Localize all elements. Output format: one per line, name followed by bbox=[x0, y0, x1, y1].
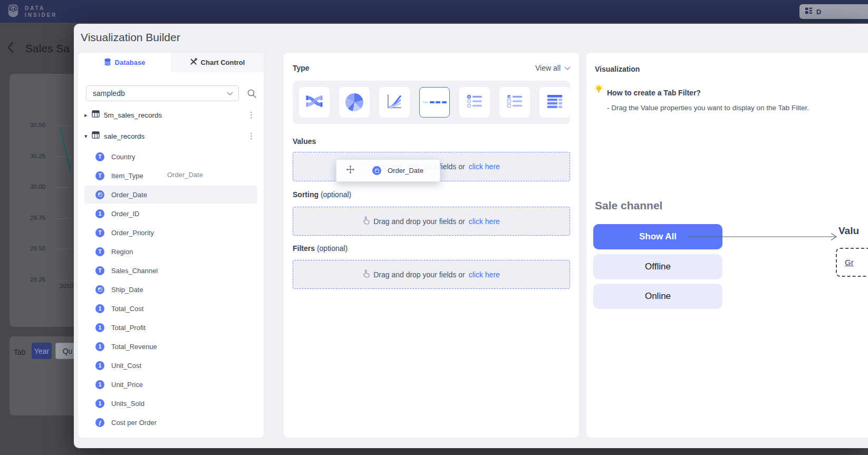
dropzone-click-here-link[interactable]: click here bbox=[469, 270, 500, 279]
field-name: Order_ID bbox=[111, 210, 139, 218]
field-item-unit-cost[interactable]: 1 Unit_Cost bbox=[84, 356, 257, 374]
field-name: Unit_Cost bbox=[111, 362, 141, 370]
field-item-total-revenue[interactable]: 1 Total_Revenue bbox=[84, 337, 257, 355]
page-title: Sales Sa bbox=[25, 42, 70, 55]
type-option-sankey-chart[interactable] bbox=[299, 87, 330, 118]
x-axis-tick: 2010 bbox=[60, 283, 73, 289]
left-tabbar: Database Chart Control bbox=[78, 53, 264, 72]
type-section-label: Type bbox=[293, 64, 310, 72]
hand-pointer-icon bbox=[363, 269, 370, 279]
dropzone-click-here-link[interactable]: click here bbox=[469, 217, 500, 226]
date-field-icon bbox=[372, 166, 381, 175]
chart-type-strip: Tab bbox=[293, 81, 570, 124]
tab-filter-icon: Tab bbox=[422, 101, 446, 104]
number-field-icon: 1 bbox=[95, 323, 104, 332]
bulb-icon bbox=[594, 84, 603, 95]
text-field-icon: T bbox=[95, 152, 104, 161]
field-name: Sales_Channel bbox=[111, 267, 158, 275]
text-field-icon: T bbox=[95, 171, 104, 180]
field-item-region[interactable]: T Region bbox=[84, 243, 257, 260]
tip-title: How to create a Tab Filter? bbox=[607, 89, 701, 97]
visualization-builder-modal: Visualization Builder Database bbox=[74, 24, 868, 448]
annotation-dashed-box: Gr bbox=[836, 248, 868, 277]
preview-button-online[interactable]: Online bbox=[593, 284, 722, 309]
radio-list-icon bbox=[466, 92, 484, 112]
sorting-dropzone[interactable]: Drag and drop your fields or click here bbox=[293, 207, 570, 236]
type-option-radio-list[interactable] bbox=[459, 87, 490, 118]
owl-logo-icon bbox=[6, 3, 20, 20]
number-field-icon: 1 bbox=[95, 209, 104, 218]
type-option-line-chart[interactable] bbox=[379, 87, 410, 118]
dropzone-text: Drag and drop your fields or bbox=[373, 270, 465, 279]
app-logo: DATAINSIDER bbox=[6, 3, 57, 20]
text-field-icon: T bbox=[95, 228, 104, 237]
database-panel: Database Chart Control sampledb bbox=[78, 53, 264, 438]
field-item-order-priority[interactable]: T Order_Priority bbox=[84, 224, 257, 241]
type-option-checkbox-list[interactable] bbox=[499, 87, 530, 118]
dashboard-button-label: D bbox=[816, 8, 821, 16]
preview-button-offline[interactable]: Offline bbox=[593, 254, 722, 279]
field-name: Units_Sold bbox=[111, 400, 144, 408]
y-axis-tick: 29.25 bbox=[15, 276, 45, 283]
y-axis-tick: 29.75 bbox=[15, 215, 45, 221]
visualization-title: Visualization bbox=[595, 65, 640, 73]
filters-dropzone[interactable]: Drag and drop your fields or click here bbox=[293, 260, 570, 289]
field-item-order-date[interactable]: Order_Date bbox=[84, 186, 257, 204]
back-icon[interactable] bbox=[5, 41, 17, 56]
filters-section-label: Filters (optional) bbox=[293, 244, 348, 253]
field-item-units-sold[interactable]: 1 Units_Sold bbox=[84, 394, 257, 412]
arrow-right-icon bbox=[687, 231, 841, 244]
caret-down-icon[interactable]: ▾ bbox=[84, 133, 92, 140]
tab-database[interactable]: Database bbox=[78, 53, 171, 72]
kebab-menu-icon[interactable]: ⋮ bbox=[247, 110, 255, 120]
chart-config-panel: Type View all Tab bbox=[284, 53, 579, 438]
field-item-ship-date[interactable]: Ship_Date bbox=[84, 280, 257, 298]
drag-ghost-label: Order_Date bbox=[388, 167, 423, 175]
number-field-icon: 1 bbox=[95, 342, 104, 351]
field-name: Item_Type bbox=[111, 172, 143, 180]
table-grid-icon bbox=[92, 110, 100, 120]
dropzone-click-here-link[interactable]: click here bbox=[469, 162, 500, 171]
search-icon[interactable] bbox=[247, 89, 257, 99]
chevron-down-icon bbox=[564, 64, 571, 72]
drag-ghost-card: Order_Date bbox=[336, 159, 440, 182]
annotation-value-label: Valu bbox=[838, 225, 859, 237]
field-name: Order_Date bbox=[111, 191, 147, 199]
table-row[interactable]: ▾ sale_records ⋮ bbox=[78, 128, 264, 144]
caret-right-icon[interactable]: ▸ bbox=[84, 112, 92, 119]
pie-chart-icon bbox=[345, 93, 363, 111]
database-icon bbox=[104, 58, 111, 67]
tab-database-label: Database bbox=[115, 59, 146, 66]
table-grid-icon bbox=[92, 131, 100, 141]
annotation-group-link[interactable]: Gr bbox=[845, 258, 854, 267]
chevron-down-icon bbox=[227, 89, 233, 98]
type-option-table-chart[interactable] bbox=[539, 87, 570, 118]
preview-chart-title: Sale channel bbox=[595, 199, 662, 212]
text-field-icon: T bbox=[95, 266, 104, 275]
screen: DATAINSIDER D Sales Sa 30.5030.2530.0029… bbox=[0, 0, 868, 455]
field-name: Total_Revenue bbox=[111, 343, 157, 351]
field-item-total-cost[interactable]: 1 Total_Cost bbox=[84, 299, 257, 317]
number-field-icon: 1 bbox=[95, 361, 104, 370]
field-item-cost-per-order[interactable]: f Cost per Order bbox=[84, 413, 257, 431]
field-item-total-profit[interactable]: 1 Total_Profit bbox=[84, 318, 257, 336]
view-all-button[interactable]: View all bbox=[535, 64, 571, 72]
type-option-pie-chart[interactable] bbox=[339, 87, 370, 118]
checkbox-list-icon bbox=[506, 92, 524, 112]
text-field-icon: T bbox=[95, 247, 104, 256]
field-item-country[interactable]: T Country bbox=[84, 148, 257, 166]
type-option-tab-filter[interactable]: Tab bbox=[419, 87, 450, 118]
app-name: DATAINSIDER bbox=[25, 5, 57, 18]
field-item-order-id[interactable]: 1 Order_ID bbox=[84, 205, 257, 222]
datasource-select[interactable]: sampledb bbox=[86, 85, 239, 101]
table-name: 5m_sales_records bbox=[104, 111, 247, 119]
period-tab-year[interactable]: Year bbox=[32, 343, 52, 359]
tab-chart-control[interactable]: Chart Control bbox=[171, 53, 264, 72]
sorting-section-label: Sorting (optional) bbox=[293, 190, 351, 199]
kebab-menu-icon[interactable]: ⋮ bbox=[247, 131, 255, 141]
drag-source-ghost-label: Order_Date bbox=[167, 171, 203, 179]
field-item-sales-channel[interactable]: T Sales_Channel bbox=[84, 262, 257, 279]
field-item-unit-price[interactable]: 1 Unit_Price bbox=[84, 375, 257, 393]
table-row[interactable]: ▸ 5m_sales_records ⋮ bbox=[78, 107, 264, 123]
dashboard-button[interactable]: D bbox=[799, 4, 868, 19]
